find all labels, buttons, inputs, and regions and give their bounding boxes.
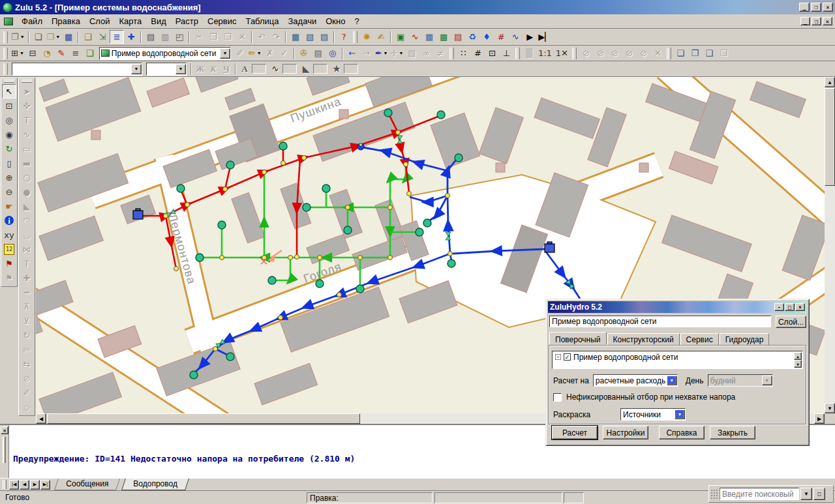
toolbar-grip[interactable]: [22, 80, 32, 83]
ellipse-draw-tool[interactable]: ○: [20, 170, 34, 185]
thematic-colors-button[interactable]: ▩: [436, 30, 451, 44]
menu-service[interactable]: Сервис: [203, 15, 241, 27]
print-scheme-button[interactable]: ❏: [673, 46, 688, 60]
line-style-button[interactable]: ∿: [269, 63, 282, 76]
underline-button[interactable]: Ч: [220, 63, 233, 76]
zulu-tools-button[interactable]: ▣: [393, 30, 408, 44]
polygon-draw-tool[interactable]: ◣: [20, 199, 34, 213]
go-forward-button[interactable]: →: [359, 46, 374, 60]
trace-path-button[interactable]: ∿: [408, 30, 422, 44]
text-draw-tool[interactable]: T: [20, 256, 34, 271]
layer-add-button[interactable]: ⊞ ▼: [10, 46, 25, 60]
refresh-map-button[interactable]: ↻: [2, 141, 16, 156]
lock-polygons-button[interactable]: ⊘: [607, 46, 622, 60]
link-button[interactable]: ∞: [419, 46, 433, 60]
toolbar-grip[interactable]: [449, 48, 454, 59]
day-combobox[interactable]: будний ▼: [708, 374, 773, 387]
edit-undo-button[interactable]: ✗: [263, 46, 277, 60]
update-cycle-button[interactable]: ♻: [465, 30, 479, 44]
network-graph-button[interactable]: #: [494, 30, 508, 44]
new-sheet-button[interactable]: ▯: [2, 156, 16, 170]
scroll-down-button[interactable]: ▼: [825, 403, 835, 413]
edit-object-button[interactable]: ✏ ▼: [247, 46, 263, 60]
search-input[interactable]: [720, 488, 799, 500]
symbol-color-swatch[interactable]: [344, 64, 358, 74]
polyline-draw-tool[interactable]: ∿: [20, 127, 34, 141]
tab-vodoprovod[interactable]: Водопровод: [121, 479, 189, 490]
rect-draw-tool[interactable]: ▭: [20, 141, 34, 156]
print-export-button[interactable]: ▥: [158, 30, 172, 44]
piezo-graph-button[interactable]: ∿: [508, 30, 523, 44]
calc-table-button[interactable]: ▦: [422, 30, 436, 44]
text-color-button[interactable]: A: [238, 63, 251, 76]
split-polygon-tool[interactable]: ✄: [20, 342, 34, 357]
first-page-button[interactable]: |◀: [9, 480, 19, 490]
table-structure-button[interactable]: ▦: [288, 30, 303, 44]
unlink-button[interactable]: ≠: [433, 46, 448, 60]
save-button[interactable]: ▦: [61, 30, 76, 44]
open-map-button[interactable]: ❐ ▼: [10, 30, 26, 44]
style-name-combobox[interactable]: ▼: [12, 63, 142, 76]
layer-select-button[interactable]: Слой...: [776, 316, 806, 328]
tree-scroll-down-button[interactable]: ▼: [794, 360, 802, 368]
combo-dropdown-button[interactable]: ▼: [131, 64, 142, 74]
combo-dropdown-button[interactable]: ▼: [675, 409, 685, 419]
print-frame-button[interactable]: ❐: [688, 46, 702, 60]
bold-button[interactable]: Ж: [194, 63, 207, 76]
move-node-tool[interactable]: ⇆: [20, 357, 34, 371]
menu-raster[interactable]: Растр: [171, 15, 203, 27]
unfixed-withdrawal-checkbox[interactable]: [553, 393, 562, 402]
combo-dropdown-button[interactable]: ▼: [667, 376, 677, 385]
add-node-tool[interactable]: ⊼: [20, 299, 34, 314]
toolbar-grip[interactable]: [3, 31, 8, 43]
layers-panel-button[interactable]: ≣: [110, 30, 124, 44]
menu-window[interactable]: Окно: [321, 15, 350, 27]
symbol-text-tool[interactable]: T: [20, 113, 34, 127]
child-window-icon[interactable]: [4, 18, 13, 25]
close-button[interactable]: ✕: [823, 3, 833, 12]
start-calc-button[interactable]: ▶: [523, 30, 537, 44]
open-folder-button[interactable]: ❒ ▼: [46, 30, 62, 44]
select-circle-tool[interactable]: ◎: [2, 113, 16, 127]
layer-time-button[interactable]: ◔: [40, 46, 54, 60]
delete-button[interactable]: ✕: [235, 30, 249, 44]
map-vertical-scrollbar[interactable]: ▲ ▼: [825, 77, 835, 413]
select-rect-tool[interactable]: ⊡: [2, 98, 16, 113]
dialog-close-button[interactable]: ×: [795, 303, 805, 311]
title-bar[interactable]: Zulu 5.2 - [Пример системы водоснабжения…: [0, 0, 835, 14]
menu-help[interactable]: ?: [350, 15, 363, 27]
flag-clear-tool[interactable]: ⚑: [2, 271, 16, 285]
dialog-maximize-button[interactable]: □: [785, 303, 795, 311]
select-poly-tool[interactable]: ◉: [2, 127, 16, 141]
toolbar-grip[interactable]: [515, 48, 520, 59]
layer-remove-button[interactable]: ⊟: [25, 46, 40, 60]
tab-verification[interactable]: Поверочный: [549, 332, 607, 344]
tabbar-grip[interactable]: [3, 480, 7, 489]
scroll-left-button[interactable]: ◀: [36, 413, 46, 424]
toolbar-grip[interactable]: [353, 31, 357, 43]
select-tool[interactable]: ↖: [2, 84, 16, 98]
scroll-right-button[interactable]: ▶: [814, 413, 825, 424]
remove-node-tool[interactable]: ⊻: [20, 314, 34, 328]
print-button[interactable]: ▤: [144, 30, 158, 44]
network-tree[interactable]: − ✓ Пример водопроводной сети ▲ ▼: [552, 351, 803, 369]
tab-design[interactable]: Конструкторский: [607, 333, 680, 346]
select-mode-button[interactable]: ⊡: [485, 46, 499, 60]
prev-page-button[interactable]: ◀: [20, 480, 29, 490]
ellipse-fill-draw-tool[interactable]: ●: [20, 185, 34, 199]
combo-dropdown-button[interactable]: ▼: [175, 64, 186, 74]
grid-mode-button[interactable]: #: [470, 46, 485, 60]
tree-checkbox[interactable]: ✓: [564, 353, 571, 361]
lock-nodes-button[interactable]: ⊘: [579, 46, 593, 60]
quick-draw-button[interactable]: ✒ ▼: [374, 46, 389, 60]
context-help-button[interactable]: ?: [337, 30, 351, 44]
copy-button[interactable]: ❐: [206, 30, 220, 44]
raster-scale-button[interactable]: ▒: [522, 46, 536, 60]
go-back-button[interactable]: ←: [345, 46, 359, 60]
dialog-title-bar[interactable]: ZuluHydro 5.2 - □ ×: [548, 301, 807, 313]
paste-button[interactable]: ❒: [220, 30, 235, 44]
menu-edit[interactable]: Правка: [47, 15, 85, 27]
fill-style-button[interactable]: ◣: [299, 63, 312, 76]
lock-lines-button[interactable]: ⊘: [593, 46, 607, 60]
text-color-swatch[interactable]: [252, 64, 266, 74]
